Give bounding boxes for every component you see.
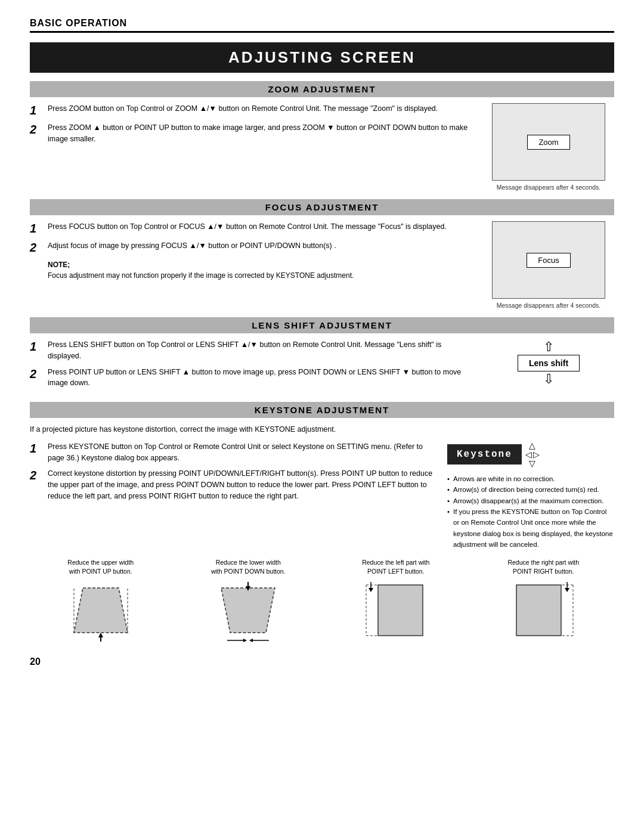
keystone-section-header: KEYSTONE ADJUSTMENT [30, 402, 614, 418]
keystone-title: KEYSTONE ADJUSTMENT [255, 405, 389, 415]
keystone-diagram-lower-caption: Reduce the lower widthwith POINT DOWN bu… [211, 558, 286, 575]
keystone-body: 1 Press KEYSTONE button on Top Control o… [30, 441, 614, 550]
keystone-diagram-lower: Reduce the lower widthwith POINT DOWN bu… [178, 558, 320, 644]
focus-step-2: 2 Adjust focus of image by pressing FOCU… [30, 240, 471, 255]
lens-shift-title: LENS SHIFT ADJUSTMENT [252, 320, 392, 330]
keystone-left-arrow: ◁ [525, 450, 532, 459]
lens-shift-image-col: ⇧ Lens shift ⇩ [483, 339, 614, 388]
lens-shift-section-header: LENS SHIFT ADJUSTMENT [30, 317, 614, 333]
svg-marker-11 [249, 639, 253, 642]
svg-marker-23 [565, 588, 569, 592]
focus-message-disappears: Message disappears after 4 seconds. [497, 302, 601, 309]
focus-note-text: Focus adjustment may not function proper… [48, 270, 471, 281]
keystone-intro: If a projected picture has keystone dist… [30, 424, 614, 435]
focus-section: FOCUS ADJUSTMENT 1 Press FOCUS button on… [30, 199, 614, 309]
keystone-note-3: Arrow(s) disappear(s) at the maximum cor… [447, 496, 614, 506]
keystone-diagram-upper-caption: Reduce the upper widthwith POINT UP butt… [67, 558, 134, 575]
keystone-diagram-left: Reduce the left part withPOINT LEFT butt… [325, 558, 467, 644]
lens-shift-step-2: 2 Press POINT UP button or LENS SHIFT ▲ … [30, 367, 471, 389]
focus-image-col: Focus Message disappears after 4 seconds… [483, 221, 614, 309]
keystone-step-1: 1 Press KEYSTONE button on Top Control o… [30, 441, 435, 464]
keystone-step-1-text: Press KEYSTONE button on Top Control or … [48, 441, 435, 464]
lens-shift-step-1-text: Press LENS SHIFT button on Top Control o… [48, 339, 471, 362]
keystone-diagram-upper: Reduce the upper widthwith POINT UP butt… [30, 558, 172, 644]
svg-marker-17 [369, 588, 373, 592]
svg-marker-12 [378, 585, 423, 636]
lens-shift-step-1-num: 1 [30, 339, 43, 354]
zoom-screen-mockup: Zoom [492, 103, 605, 181]
zoom-message-disappears: Message disappears after 4 seconds. [497, 184, 601, 191]
focus-section-header: FOCUS ADJUSTMENT [30, 199, 614, 215]
keystone-diagrams: Reduce the upper widthwith POINT UP butt… [30, 558, 614, 644]
keystone-diagram-upper-svg [65, 579, 137, 645]
keystone-note-1: Arrows are white in no correction. [447, 473, 614, 484]
keystone-display: Keystone △ ◁ ▷ ▽ [447, 441, 614, 467]
lens-shift-down-arrow: ⇩ [543, 371, 554, 387]
zoom-step-2: 2 Press ZOOM ▲ button or POINT UP button… [30, 122, 471, 145]
zoom-step-2-num: 2 [30, 122, 43, 137]
keystone-diagram-right-caption: Reduce the right part withPOINT RIGHT bu… [507, 558, 579, 575]
keystone-lr-arrows: ◁ ▷ [525, 450, 540, 459]
zoom-step-2-text: Press ZOOM ▲ button or POINT UP button t… [48, 122, 471, 145]
lens-shift-step-1: 1 Press LENS SHIFT button on Top Control… [30, 339, 471, 362]
svg-marker-0 [74, 588, 128, 633]
lens-shift-steps: 1 Press LENS SHIFT button on Top Control… [30, 339, 471, 394]
lens-shift-section: LENS SHIFT ADJUSTMENT 1 Press LENS SHIFT… [30, 317, 614, 394]
main-title: ADJUSTING SCREEN [228, 48, 416, 66]
basic-operation-label: BASIC OPERATION [30, 18, 127, 28]
keystone-steps: 1 Press KEYSTONE button on Top Control o… [30, 441, 435, 507]
lens-shift-section-body: 1 Press LENS SHIFT button on Top Control… [30, 339, 614, 394]
focus-steps: 1 Press FOCUS button on Top Control or F… [30, 221, 471, 281]
zoom-step-1-text: Press ZOOM button on Top Control or ZOOM… [48, 103, 438, 114]
keystone-image-col: Keystone △ ◁ ▷ ▽ Arrows are white in no … [447, 441, 614, 550]
keystone-right-arrow: ▷ [533, 450, 540, 459]
focus-step-1: 1 Press FOCUS button on Top Control or F… [30, 221, 471, 236]
svg-marker-9 [243, 639, 247, 642]
keystone-step-2-text: Correct keystone distortion by pressing … [48, 468, 435, 501]
keystone-diagram-left-caption: Reduce the left part withPOINT LEFT butt… [362, 558, 429, 575]
lens-shift-mockup: ⇧ Lens shift ⇩ [492, 339, 605, 388]
focus-screen-label: Focus [527, 253, 570, 268]
focus-step-1-text: Press FOCUS button on Top Control or FOC… [48, 221, 447, 233]
zoom-steps: 1 Press ZOOM button on Top Control or ZO… [30, 103, 471, 150]
focus-note: NOTE; Focus adjustment may not function … [48, 259, 471, 281]
zoom-image-col: Zoom Message disappears after 4 seconds. [483, 103, 614, 191]
zoom-step-1-num: 1 [30, 103, 43, 117]
svg-marker-18 [516, 585, 561, 636]
svg-marker-5 [221, 588, 275, 633]
keystone-diagram-right: Reduce the right part withPOINT RIGHT bu… [473, 558, 615, 644]
page-number: 20 [30, 657, 614, 667]
lens-shift-up-arrow: ⇧ [543, 339, 554, 355]
zoom-step-1: 1 Press ZOOM button on Top Control or ZO… [30, 103, 471, 117]
keystone-note-4: If you press the KEYSTONE button on Top … [447, 506, 614, 550]
svg-marker-2 [98, 633, 103, 637]
keystone-down-arrow: ▽ [529, 459, 535, 467]
focus-step-2-text: Adjust focus of image by pressing FOCUS … [48, 240, 336, 252]
focus-section-body: 1 Press FOCUS button on Top Control or F… [30, 221, 614, 309]
keystone-diagram-lower-svg [212, 579, 284, 645]
keystone-diagram-right-svg [507, 579, 579, 645]
lens-shift-screen-label: Lens shift [518, 355, 580, 371]
focus-screen-mockup: Focus [492, 221, 605, 299]
keystone-step-1-num: 1 [30, 441, 43, 456]
focus-step-2-num: 2 [30, 240, 43, 255]
zoom-screen-label: Zoom [527, 135, 569, 150]
keystone-section: KEYSTONE ADJUSTMENT If a projected pictu… [30, 402, 614, 645]
zoom-section-body: 1 Press ZOOM button on Top Control or ZO… [30, 103, 614, 191]
keystone-up-arrow: △ [529, 441, 535, 450]
keystone-diagram-left-svg [360, 579, 432, 645]
main-title-bar: ADJUSTING SCREEN [30, 42, 614, 73]
focus-step-1-num: 1 [30, 221, 43, 236]
keystone-direction-arrows: △ ◁ ▷ ▽ [525, 441, 540, 467]
focus-note-title: NOTE; [48, 259, 471, 270]
lens-shift-step-2-text: Press POINT UP button or LENS SHIFT ▲ bu… [48, 367, 471, 389]
basic-operation-header: BASIC OPERATION [30, 18, 614, 33]
focus-title: FOCUS ADJUSTMENT [265, 202, 379, 212]
zoom-title: ZOOM ADJUSTMENT [268, 84, 376, 94]
keystone-box-label: Keystone [447, 444, 522, 465]
zoom-section: ZOOM ADJUSTMENT 1 Press ZOOM button on T… [30, 81, 614, 191]
keystone-step-2-num: 2 [30, 468, 43, 482]
keystone-step-2: 2 Correct keystone distortion by pressin… [30, 468, 435, 501]
keystone-notes-list: Arrows are white in no correction. Arrow… [447, 473, 614, 550]
keystone-note-2: Arrow(s) of direction being corrected tu… [447, 484, 614, 495]
